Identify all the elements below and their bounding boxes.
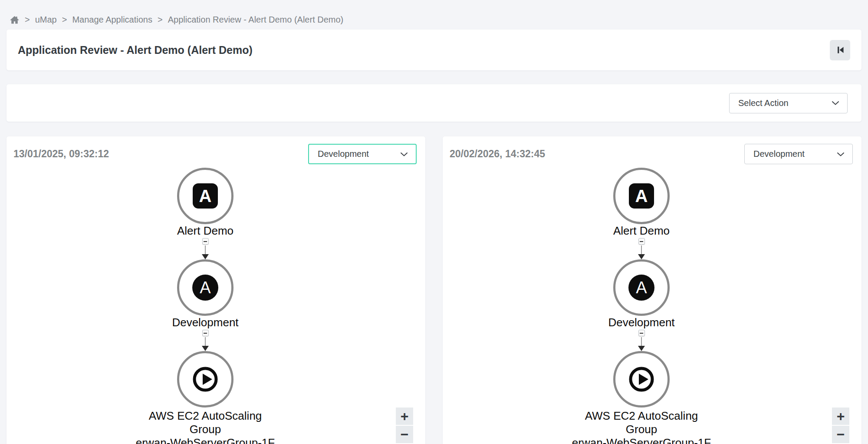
node-aws-ec2-autoscaling-group[interactable] bbox=[613, 351, 670, 408]
chevron-down-icon bbox=[832, 100, 839, 106]
collapse-edge-button[interactable] bbox=[202, 330, 209, 336]
node-label-line: erwan-WebServerGroup-1F bbox=[136, 436, 275, 444]
zoom-controls: + − bbox=[832, 408, 849, 443]
zoom-out-button[interactable]: − bbox=[832, 426, 849, 443]
edge-connector bbox=[202, 238, 209, 259]
environment-dropdown-value: Development bbox=[318, 149, 400, 159]
skip-to-start-icon bbox=[835, 44, 846, 56]
environment-a-icon: A bbox=[628, 275, 654, 301]
environment-a-icon: A bbox=[192, 275, 218, 301]
minus-icon bbox=[204, 333, 207, 334]
topology-diagram: A Alert Demo A Development bbox=[92, 168, 318, 444]
snapshot-timestamp: 13/01/2025, 09:32:12 bbox=[13, 148, 109, 160]
breadcrumb-item-umap[interactable]: uMap bbox=[35, 15, 57, 25]
alert-demo-app-icon: A bbox=[629, 183, 654, 209]
edge-connector bbox=[638, 238, 645, 259]
node-development[interactable]: A bbox=[177, 259, 233, 316]
zoom-in-button[interactable]: + bbox=[832, 408, 849, 425]
comparison-panels: 13/01/2025, 09:32:12 Development A Alert… bbox=[0, 136, 868, 444]
panel-header: 13/01/2025, 09:32:12 Development bbox=[7, 136, 425, 164]
icon-glyph: A bbox=[636, 278, 647, 297]
breadcrumb-item-manage-applications[interactable]: Manage Applications bbox=[72, 15, 152, 25]
arrowhead-down-icon bbox=[202, 254, 209, 259]
collapse-panel-button[interactable] bbox=[830, 40, 850, 60]
zoom-out-button[interactable]: − bbox=[396, 426, 413, 443]
collapse-edge-button[interactable] bbox=[202, 238, 209, 245]
topology-diagram: A Alert Demo A Development bbox=[529, 168, 754, 444]
breadcrumb-separator: > bbox=[62, 15, 67, 25]
chevron-down-icon bbox=[837, 152, 845, 157]
icon-glyph: A bbox=[635, 186, 648, 206]
breadcrumb-item-current: Application Review - Alert Demo (Alert D… bbox=[168, 15, 344, 25]
arrowhead-down-icon bbox=[638, 254, 645, 259]
breadcrumb: > uMap > Manage Applications > Applicati… bbox=[0, 0, 868, 30]
node-label: AWS EC2 AutoScaling Group erwan-WebServe… bbox=[136, 409, 275, 444]
node-label: Alert Demo bbox=[177, 224, 233, 237]
page-header: Application Review - Alert Demo (Alert D… bbox=[7, 30, 861, 70]
alert-demo-app-icon: A bbox=[193, 183, 218, 209]
arrowhead-down-icon bbox=[202, 346, 209, 351]
node-label: AWS EC2 AutoScaling Group erwan-WebServe… bbox=[572, 409, 711, 444]
snapshot-panel-left: 13/01/2025, 09:32:12 Development A Alert… bbox=[7, 136, 425, 444]
breadcrumb-separator: > bbox=[25, 15, 30, 25]
chevron-down-icon bbox=[400, 152, 408, 157]
edge-line bbox=[641, 245, 642, 254]
edge-line bbox=[205, 245, 206, 254]
node-label-line: AWS EC2 AutoScaling bbox=[572, 409, 711, 423]
edge-line bbox=[205, 337, 206, 346]
node-label-line: Group bbox=[572, 423, 711, 436]
environment-dropdown-value: Development bbox=[753, 149, 837, 159]
actions-toolbar: Select Action bbox=[7, 84, 861, 122]
select-action-dropdown[interactable]: Select Action bbox=[729, 93, 848, 113]
node-alert-demo[interactable]: A bbox=[177, 168, 233, 224]
edge-line bbox=[641, 337, 642, 346]
page-title: Application Review - Alert Demo (Alert D… bbox=[18, 44, 253, 56]
node-label-line: AWS EC2 AutoScaling bbox=[136, 409, 275, 423]
icon-glyph: A bbox=[200, 278, 210, 297]
environment-dropdown[interactable]: Development bbox=[744, 144, 853, 164]
arrowhead-down-icon bbox=[638, 346, 645, 351]
node-aws-ec2-autoscaling-group[interactable] bbox=[177, 351, 233, 408]
zoom-in-button[interactable]: + bbox=[396, 408, 413, 425]
collapse-edge-button[interactable] bbox=[638, 238, 645, 245]
snapshot-panel-right: 20/02/2026, 14:32:45 Development A Alert… bbox=[443, 136, 861, 444]
edge-connector bbox=[202, 330, 209, 351]
node-label-line: erwan-WebServerGroup-1F bbox=[572, 436, 711, 444]
play-circle-icon bbox=[628, 366, 654, 392]
snapshot-timestamp: 20/02/2026, 14:32:45 bbox=[450, 148, 545, 160]
minus-icon bbox=[640, 241, 643, 242]
zoom-controls: + − bbox=[396, 408, 413, 443]
node-alert-demo[interactable]: A bbox=[613, 168, 670, 224]
node-label: Alert Demo bbox=[613, 224, 670, 237]
node-label: Development bbox=[172, 316, 238, 329]
node-label: Development bbox=[608, 316, 674, 329]
collapse-edge-button[interactable] bbox=[638, 330, 645, 336]
select-action-value: Select Action bbox=[738, 98, 832, 108]
node-development[interactable]: A bbox=[613, 259, 670, 316]
panel-header: 20/02/2026, 14:32:45 Development bbox=[443, 136, 861, 164]
play-circle-icon bbox=[192, 366, 218, 392]
edge-connector bbox=[638, 330, 645, 351]
breadcrumb-separator: > bbox=[158, 15, 163, 25]
node-label-line: Group bbox=[136, 423, 275, 436]
minus-icon bbox=[204, 241, 207, 242]
minus-icon bbox=[640, 333, 643, 334]
home-icon[interactable] bbox=[10, 15, 20, 24]
icon-glyph: A bbox=[199, 186, 212, 206]
environment-dropdown[interactable]: Development bbox=[308, 144, 417, 164]
